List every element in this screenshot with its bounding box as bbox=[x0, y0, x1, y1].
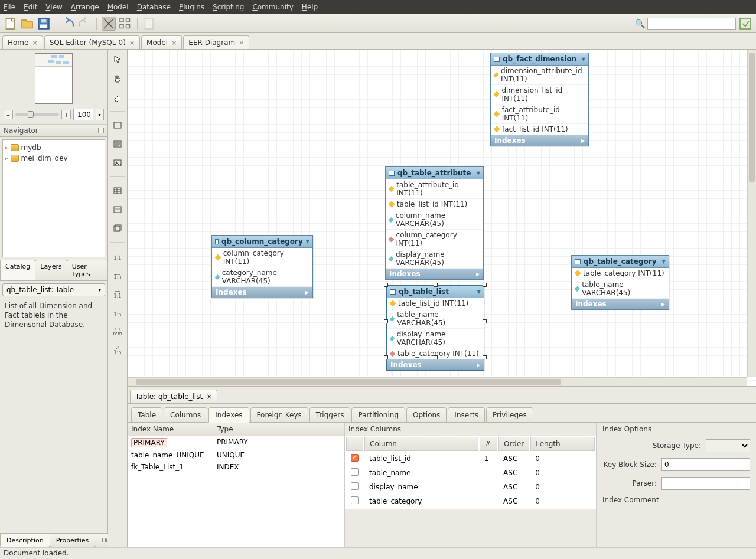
grid-toggle-icon[interactable] bbox=[102, 17, 116, 31]
tab-layers[interactable]: Layers bbox=[35, 260, 67, 280]
subtab-columns[interactable]: Columns bbox=[164, 407, 207, 423]
resize-handle[interactable] bbox=[384, 319, 388, 323]
menu-scripting[interactable]: Scripting bbox=[213, 3, 244, 11]
subtab-indexes[interactable]: Indexes bbox=[208, 407, 249, 423]
tab-home[interactable]: Home× bbox=[2, 35, 43, 49]
resize-handle[interactable] bbox=[384, 355, 388, 359]
expand-icon[interactable]: ▸ bbox=[581, 136, 585, 145]
grid-align-icon[interactable] bbox=[118, 17, 132, 31]
doc-icon[interactable] bbox=[142, 17, 157, 31]
resize-handle[interactable] bbox=[483, 283, 487, 287]
col-index-name[interactable]: Index Name bbox=[128, 423, 213, 436]
zoom-slider[interactable] bbox=[15, 113, 59, 116]
pointer-tool-icon[interactable] bbox=[110, 53, 125, 66]
routine-group-tool-icon[interactable] bbox=[110, 222, 125, 235]
menu-help[interactable]: Help bbox=[302, 3, 318, 11]
subtab-triggers[interactable]: Triggers bbox=[309, 407, 351, 423]
resize-handle[interactable] bbox=[483, 355, 487, 359]
menu-plugins[interactable]: Plugins bbox=[179, 3, 204, 11]
chevron-down-icon[interactable]: ▼ bbox=[477, 289, 481, 295]
rel-1-n-id-tool-icon[interactable]: ──1:n bbox=[110, 306, 125, 319]
key-block-size-input[interactable] bbox=[662, 458, 750, 471]
close-icon[interactable]: × bbox=[206, 393, 212, 401]
table-tool-icon[interactable] bbox=[110, 184, 125, 197]
expand-icon[interactable]: ▸ bbox=[662, 300, 665, 308]
menu-view[interactable]: View bbox=[45, 3, 62, 11]
chevron-down-icon[interactable]: ▼ bbox=[477, 171, 480, 176]
search-input[interactable] bbox=[647, 18, 736, 30]
index-row[interactable]: PRIMARY PRIMARY bbox=[128, 436, 344, 449]
save-icon[interactable] bbox=[37, 17, 51, 31]
entity-qb-table-attribute[interactable]: qb_table_attribute▼ table_attribute_id I… bbox=[385, 166, 484, 280]
parser-input[interactable] bbox=[662, 477, 750, 490]
subtab-partitioning[interactable]: Partitioning bbox=[351, 407, 405, 423]
diagram-canvas[interactable]: qb_fact_dimension▼ dimension_attribute_i… bbox=[128, 50, 756, 387]
subtab-inserts[interactable]: Inserts bbox=[448, 407, 485, 423]
subtab-table[interactable]: Table bbox=[131, 407, 162, 423]
tab-eer-diagram[interactable]: EER Diagram× bbox=[183, 35, 249, 49]
expand-icon[interactable]: ▸ bbox=[476, 270, 480, 278]
menu-edit[interactable]: Edit bbox=[24, 3, 37, 11]
storage-type-select[interactable] bbox=[706, 439, 750, 452]
entity-qb-fact-dimension[interactable]: qb_fact_dimension▼ dimension_attribute_i… bbox=[490, 53, 589, 146]
column-checkbox[interactable] bbox=[351, 496, 359, 504]
index-column-row[interactable]: table_categoryASC0 bbox=[346, 495, 595, 508]
rel-n-m-tool-icon[interactable]: ⟷n:m bbox=[110, 325, 125, 338]
resize-handle[interactable] bbox=[483, 319, 487, 323]
editor-tab-table[interactable]: Table: qb_table_list× bbox=[130, 390, 217, 403]
rel-existing-tool-icon[interactable]: ⤢1:n bbox=[110, 344, 125, 357]
rel-1-n-tool-icon[interactable]: ⎯⎯1:n bbox=[110, 269, 125, 282]
zoom-dropdown-icon[interactable]: ▾ bbox=[96, 109, 104, 120]
entity-qb-table-category[interactable]: qb_table_category▼ table_category INT(11… bbox=[571, 255, 669, 310]
zoom-input[interactable] bbox=[73, 109, 93, 120]
new-file-icon[interactable] bbox=[4, 17, 18, 31]
subtab-privileges[interactable]: Privileges bbox=[486, 407, 533, 423]
expand-icon[interactable]: ▸ bbox=[477, 361, 480, 369]
col-index-type[interactable]: Type bbox=[213, 423, 344, 436]
menu-arrange[interactable]: Arrange bbox=[71, 3, 99, 11]
column-checkbox[interactable] bbox=[351, 454, 359, 462]
close-icon[interactable]: × bbox=[171, 39, 177, 47]
subtab-foreign-keys[interactable]: Foreign Keys bbox=[250, 407, 308, 423]
resize-handle[interactable] bbox=[384, 283, 388, 287]
entity-qb-column-category[interactable]: qb_column_category▼ column_category INT(… bbox=[211, 235, 313, 298]
note-tool-icon[interactable] bbox=[110, 138, 125, 151]
column-checkbox[interactable] bbox=[351, 482, 359, 490]
menu-model[interactable]: Model bbox=[107, 3, 129, 11]
navigator-preview[interactable] bbox=[0, 50, 107, 107]
index-column-row[interactable]: table_nameASC0 bbox=[346, 466, 595, 479]
rel-1-1-id-tool-icon[interactable]: ──1:1 bbox=[110, 287, 125, 300]
horizontal-scrollbar[interactable] bbox=[128, 377, 747, 386]
undo-icon[interactable] bbox=[61, 17, 75, 31]
rel-1-1-tool-icon[interactable]: ⎯⎯1:1 bbox=[110, 250, 125, 263]
tree-item-mei-dim-dev[interactable]: ▹mei_dim_dev bbox=[4, 153, 103, 164]
catalog-tree[interactable]: ▹mydb ▹mei_dim_dev bbox=[2, 139, 105, 257]
close-icon[interactable]: × bbox=[129, 39, 135, 47]
menu-file[interactable]: File bbox=[4, 3, 15, 11]
menu-community[interactable]: Community bbox=[252, 3, 293, 11]
object-selector[interactable]: qb_table_list: Table▾ bbox=[2, 283, 105, 296]
zoom-out-icon[interactable]: – bbox=[4, 110, 13, 119]
image-tool-icon[interactable] bbox=[110, 156, 125, 169]
redo-icon[interactable] bbox=[77, 17, 92, 31]
panel-collapse-icon[interactable] bbox=[98, 128, 104, 133]
tab-catalog[interactable]: Catalog bbox=[0, 260, 35, 280]
menu-database[interactable]: Database bbox=[137, 3, 171, 11]
eraser-tool-icon[interactable] bbox=[110, 91, 125, 104]
tab-description[interactable]: Description bbox=[0, 534, 50, 547]
resize-handle[interactable] bbox=[434, 283, 438, 287]
index-column-row[interactable]: table_list_id1ASC0 bbox=[346, 452, 595, 465]
tab-user-types[interactable]: User Types bbox=[67, 260, 108, 280]
column-checkbox[interactable] bbox=[351, 468, 359, 476]
close-icon[interactable]: × bbox=[32, 39, 37, 47]
expand-icon[interactable]: ▸ bbox=[305, 288, 309, 296]
layer-tool-icon[interactable] bbox=[110, 119, 125, 132]
index-row[interactable]: table_name_UNIQUE UNIQUE bbox=[128, 449, 344, 461]
resize-handle[interactable] bbox=[434, 355, 438, 359]
zoom-in-icon[interactable]: + bbox=[61, 110, 71, 119]
chevron-down-icon[interactable]: ▼ bbox=[582, 57, 585, 62]
chevron-down-icon[interactable]: ▼ bbox=[662, 259, 666, 264]
view-tool-icon[interactable] bbox=[110, 203, 125, 216]
hand-tool-icon[interactable] bbox=[110, 72, 125, 85]
close-icon[interactable]: × bbox=[239, 39, 244, 47]
